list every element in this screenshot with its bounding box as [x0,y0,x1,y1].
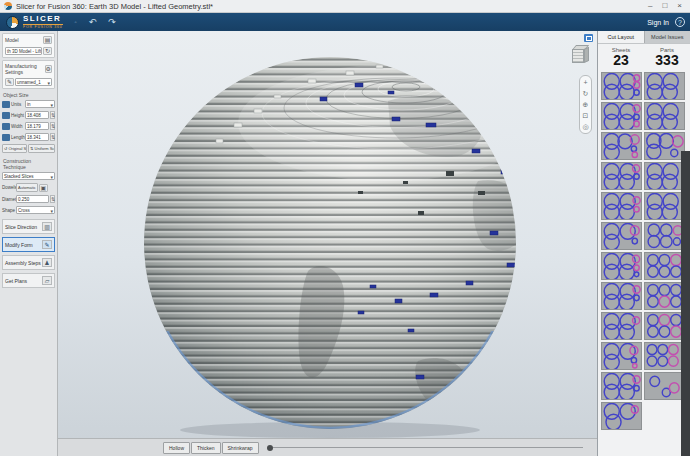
earth-sliced-model[interactable] [58,31,597,438]
window-titlebar: Slicer for Fusion 360: Earth 3D Model - … [0,0,690,13]
thicken-button[interactable]: Thicken [191,442,221,454]
width-label: Width [11,124,24,129]
sheet-thumbnail[interactable] [644,192,685,220]
maximize-button[interactable]: □ [662,1,667,11]
model-name-field[interactable]: th 3D Model - Lifted Geometry [5,47,42,55]
app-icon [4,2,12,10]
modify-form-toolbar: Hollow Thicken Shrinkwrap [58,438,597,456]
hollow-button[interactable]: Hollow [163,442,190,454]
model-refresh-icon[interactable]: ↻ [43,47,52,55]
sheet-thumbnail[interactable] [601,252,642,280]
sheet-thumbnail[interactable] [601,342,642,370]
zoom-icon[interactable]: ⊕ [583,101,589,108]
view-cube-front-face [572,49,584,63]
length-stepper[interactable]: ⇅ [50,133,55,141]
units-select[interactable]: in▾ [25,100,55,108]
sheet-thumbnail[interactable] [601,372,642,400]
sheet-thumbnail[interactable] [601,402,642,430]
dowel-icon[interactable]: ▣ [39,184,48,192]
sheet-thumbnail[interactable] [601,282,642,310]
sheet-thumbnail[interactable] [601,222,642,250]
gear-icon[interactable]: ⚙ [45,65,52,73]
sheet-thumbnail[interactable] [644,312,685,340]
sheet-thumbnail[interactable] [601,162,642,190]
units-icon [2,101,10,108]
technique-select[interactable]: Stacked Slices▾ [2,172,55,180]
modify-amount-slider[interactable] [267,445,583,451]
tab-cut-layout[interactable]: Cut Layout [598,31,644,43]
model-viewport[interactable]: + ↻ ⊕ ⊡ ◎ [58,31,597,438]
chevron-down-icon: ▾ [47,80,50,86]
fullscreen-icon[interactable] [584,34,593,42]
uniform-scale-toggle[interactable]: ⇅ Uniform Scale [28,144,55,153]
sheet-thumbnail[interactable] [644,72,685,100]
preferences-icon[interactable]: ◦ [75,19,77,25]
chevron-down-icon: ▾ [50,102,53,108]
minimize-button[interactable]: – [648,1,652,11]
close-button[interactable]: × [677,1,682,11]
dowels-automatic-button[interactable]: Automatic [16,183,38,192]
assembly-steps-button[interactable]: Assembly Steps ♟ [2,255,55,270]
view-cube[interactable] [572,45,590,65]
sheet-grid [598,70,690,430]
sheet-thumbnail[interactable] [644,102,685,130]
brand-name: SLICER [23,15,63,23]
fit-view-icon[interactable]: ⊡ [583,112,589,119]
dowels-label: Dowels [2,185,15,190]
sheet-thumbnail[interactable] [644,372,685,400]
settings-sidebar: Model ▤ th 3D Model - Lifted Geometry ↻ … [0,31,58,456]
length-label: Length [11,135,24,140]
sheet-thumbnail[interactable] [644,342,685,370]
units-label: Units [11,102,24,107]
modify-form-icon: ✎ [42,240,52,249]
help-icon[interactable]: ? [675,17,685,27]
shape-select[interactable]: Cross▾ [16,206,55,214]
shrinkwrap-button[interactable]: Shrinkwrap [222,442,259,454]
object-size-label: Object Size [0,89,57,99]
tab-model-issues[interactable]: Model Issues [644,31,690,43]
diameter-field[interactable]: 0.250 [16,195,49,203]
sheet-thumbnail[interactable] [601,132,642,160]
sheet-thumbnail[interactable] [644,162,685,190]
slice-direction-button[interactable]: Slice Direction ▥ [2,219,55,234]
model-section-label: Model [5,37,19,43]
manufacturing-preset-select[interactable]: unnamed_1▾ [15,78,52,86]
chevron-down-icon: ▾ [50,208,53,214]
width-stepper[interactable]: ⇅ [50,122,55,130]
diameter-stepper[interactable]: ⇅ [50,195,55,203]
view-tools: + ↻ ⊕ ⊡ ◎ [579,75,592,134]
original-size-button[interactable]: ↺ Original Size [2,144,27,153]
width-field[interactable]: 18.179 [25,122,49,130]
window-title: Slicer for Fusion 360: Earth 3D Model - … [16,2,648,11]
shape-label: Shape [2,208,15,213]
length-field[interactable]: 18.341 [25,133,49,141]
sheet-thumbnail[interactable] [601,192,642,220]
sign-in-button[interactable]: Sign In [647,19,669,26]
redo-icon[interactable]: ↷ [108,17,116,27]
look-at-icon[interactable]: ◎ [582,123,588,130]
sheets-count: 23 [598,53,644,68]
sheet-thumbnail[interactable] [644,252,685,280]
sheet-thumbnail[interactable] [601,72,642,100]
height-field[interactable]: 18.408 [25,111,49,119]
sheet-thumbnail[interactable] [601,312,642,340]
sheet-thumbnail[interactable] [644,222,685,250]
sheet-thumbnail[interactable] [601,102,642,130]
orbit-icon[interactable]: ↻ [583,90,589,97]
length-icon [2,134,10,141]
sheet-scrollbar[interactable] [681,151,690,456]
model-import-icon[interactable]: ▤ [43,36,52,44]
sheet-thumbnail[interactable] [644,132,685,160]
get-plans-button[interactable]: Get Plans ▱ [2,273,55,288]
height-stepper[interactable]: ⇅ [50,111,55,119]
undo-icon[interactable]: ↶ [89,17,97,27]
modify-form-button[interactable]: Modify Form ✎ [2,237,55,252]
sheet-thumbnail[interactable] [644,282,685,310]
pan-icon[interactable]: + [583,79,587,86]
height-icon [2,112,10,119]
edit-settings-icon[interactable]: ✎ [5,78,14,86]
slicer-logo-icon [6,16,19,29]
diameter-label: Diameter [2,197,15,202]
lock-icon: ⇅ [30,146,33,151]
brand-subtitle: FOR FUSION 360 [23,24,63,30]
